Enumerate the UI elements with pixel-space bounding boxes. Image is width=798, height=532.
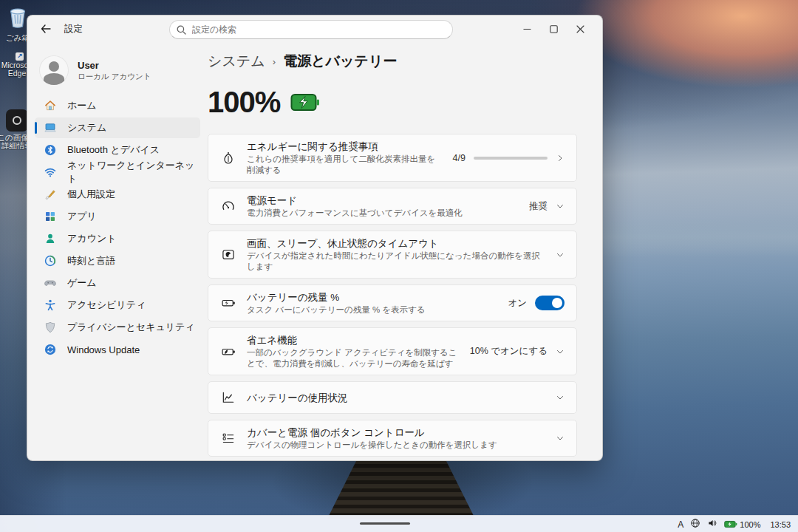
card-battery-percentage[interactable]: バッテリーの残量 % タスク バーにバッテリーの残量 % を表示する オン xyxy=(208,284,577,321)
shortcut-arrow-icon: ↗ xyxy=(16,52,24,61)
breadcrumb-parent[interactable]: システム xyxy=(208,52,265,71)
power-mode-value: 推奨 xyxy=(529,200,548,213)
windows-update-icon xyxy=(44,343,57,356)
card-screen-sleep-timeouts[interactable]: 画面、スリープ、休止状態のタイムアウト デバイスが指定された時間にわたりアイドル… xyxy=(208,231,577,279)
sidebar-item-accounts[interactable]: アカウント xyxy=(35,228,200,249)
user-account-block[interactable]: User ローカル アカウント xyxy=(39,52,208,88)
settings-main: システム › 電源とバッテリー 100% エネルギーに関する推奨事項 これ xyxy=(208,42,602,460)
chevron-down-icon xyxy=(556,347,565,356)
sidebar-item-time-language[interactable]: 時刻と言語 xyxy=(35,250,200,271)
tray-battery[interactable]: 100% xyxy=(724,518,760,531)
gauge-icon xyxy=(220,199,236,214)
card-power-mode[interactable]: 電源モード 電力消費とパフォーマンスに基づいてデバイスを最適化 推奨 xyxy=(208,188,577,225)
sidebar-nav: ホーム システム Bluetooth とデバイス ネットワークとインターネット xyxy=(27,95,208,360)
sidebar-item-gaming[interactable]: ゲーム xyxy=(35,273,200,293)
sidebar-item-windows-update[interactable]: Windows Update xyxy=(35,339,200,360)
sidebar-item-accessibility[interactable]: アクセシビリティ xyxy=(35,295,200,316)
sidebar-item-home[interactable]: ホーム xyxy=(35,95,200,116)
ime-indicator[interactable]: A xyxy=(678,519,683,530)
chart-icon xyxy=(220,390,236,405)
sidebar-item-bluetooth-devices[interactable]: Bluetooth とデバイス xyxy=(35,140,200,160)
network-icon xyxy=(44,166,57,179)
tray-battery-icon xyxy=(724,518,737,531)
battery-percent-icon xyxy=(220,296,236,310)
personalization-icon xyxy=(44,188,57,201)
speaker-icon[interactable] xyxy=(707,518,717,531)
settings-sidebar: User ローカル アカウント ホーム システム Bluetooth とデバイス xyxy=(27,42,208,460)
chevron-right-icon xyxy=(556,154,565,163)
time-language-icon xyxy=(44,254,57,267)
chevron-down-icon xyxy=(556,202,565,211)
breadcrumb: システム › 電源とバッテリー xyxy=(208,51,577,72)
card-lid-power-controls[interactable]: カバーと電源 個のボタン コントロール デバイスの物理コントロールを操作したとき… xyxy=(208,420,577,457)
back-button[interactable] xyxy=(35,19,57,38)
energy-saver-battery-icon xyxy=(220,344,236,359)
system-tray: A 100% 13:53 xyxy=(678,516,794,532)
sidebar-item-privacy-security[interactable]: プライバシーとセキュリティ xyxy=(35,317,200,338)
controls-list-icon xyxy=(220,431,236,446)
home-icon xyxy=(44,99,57,112)
clock[interactable]: 13:53 xyxy=(770,520,791,529)
tray-battery-percent: 100% xyxy=(740,520,760,529)
desktop: ごみ箱 ↗ Microsoft Edge この画像の詳細情報 設定 xyxy=(0,0,798,532)
settings-window: 設定 xyxy=(27,15,603,461)
user-account-type: ローカル アカウント xyxy=(78,72,151,81)
settings-search-input[interactable] xyxy=(169,20,453,39)
taskbar-handle xyxy=(360,522,410,525)
privacy-shield-icon xyxy=(44,321,57,334)
energy-saver-value: 10% でオンにする xyxy=(470,345,548,358)
sidebar-item-network-internet[interactable]: ネットワークとインターネット xyxy=(35,162,200,183)
card-energy-saver[interactable]: 省エネ機能 一部のバックグラウンド アクティビティを制限することで、電力消費を削… xyxy=(208,327,577,375)
page-title: 電源とバッテリー xyxy=(283,52,397,71)
bluetooth-icon xyxy=(44,143,57,157)
breadcrumb-separator: › xyxy=(273,56,276,67)
close-button[interactable] xyxy=(567,16,593,42)
system-icon xyxy=(44,121,57,134)
search-icon xyxy=(177,24,186,38)
selected-accent-bar xyxy=(35,122,37,134)
screen-timeout-icon xyxy=(220,248,236,262)
leaf-icon xyxy=(220,151,236,166)
titlebar: 設定 xyxy=(27,16,602,42)
sidebar-item-system[interactable]: システム xyxy=(35,117,200,138)
window-title: 設定 xyxy=(64,23,83,35)
sidebar-item-personalization[interactable]: 個人用設定 xyxy=(35,184,200,205)
energy-progress-label: 4/9 xyxy=(453,153,466,163)
energy-progress-bar xyxy=(474,157,548,160)
battery-charging-icon xyxy=(290,92,320,115)
accounts-icon xyxy=(44,232,57,245)
sidebar-item-apps[interactable]: アプリ xyxy=(35,206,200,227)
battery-percent-value: 100% xyxy=(208,86,280,119)
minimize-button[interactable] xyxy=(514,16,540,42)
apps-icon xyxy=(44,210,57,223)
globe-icon[interactable] xyxy=(690,518,700,531)
taskbar[interactable]: A 100% 13:53 xyxy=(0,515,798,532)
card-battery-usage[interactable]: バッテリーの使用状況 xyxy=(208,381,577,414)
maximize-button[interactable] xyxy=(540,16,567,42)
accessibility-icon xyxy=(44,299,57,312)
toggle-state-label: オン xyxy=(508,297,527,310)
avatar xyxy=(39,55,69,85)
user-name: User xyxy=(78,60,151,72)
battery-hero: 100% xyxy=(208,83,577,120)
gaming-icon xyxy=(44,276,57,290)
settings-cards: エネルギーに関する推奨事項 これらの推奨事項を適用して二酸化炭素排出量を削減する… xyxy=(208,134,577,457)
battery-percent-toggle[interactable] xyxy=(535,296,565,310)
chevron-down-icon xyxy=(556,393,565,402)
chevron-down-icon xyxy=(556,250,565,259)
chevron-down-icon xyxy=(556,434,565,443)
card-energy-recommendations[interactable]: エネルギーに関する推奨事項 これらの推奨事項を適用して二酸化炭素排出量を削減する… xyxy=(208,134,577,182)
